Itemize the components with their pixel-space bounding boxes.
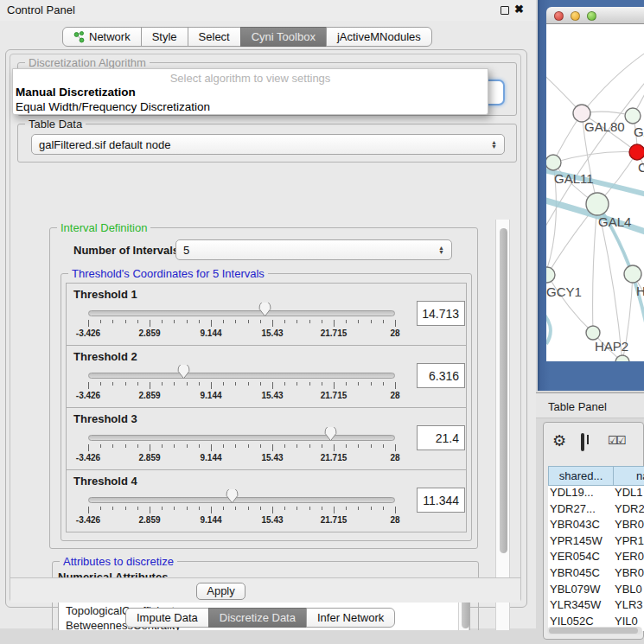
tab-label: Infer Network: [317, 609, 384, 627]
split-columns-icon[interactable]: [581, 433, 584, 451]
float-window-icon[interactable]: [501, 6, 509, 15]
table-data-combobox[interactable]: galFiltered.sif default node ▲▼: [31, 134, 505, 155]
network-view-frame: GAL80GACGAL11GAL4GCY1HHAP2: [538, 0, 644, 391]
tick-mark: [150, 444, 150, 451]
tick-mark: [260, 382, 261, 386]
tick-label: 28: [390, 328, 399, 338]
gear-icon[interactable]: ⚙: [552, 431, 566, 450]
zoom-traffic-light-icon[interactable]: [587, 11, 596, 21]
network-node[interactable]: [546, 267, 555, 283]
tick-mark: [395, 507, 396, 513]
panel-title: Control Panel: [7, 3, 75, 16]
checkboxes-icon[interactable]: ☑☑: [608, 434, 624, 447]
slider-ticks: -3.4262.8599.14415.4321.71528: [67, 346, 468, 409]
tick-mark: [322, 444, 322, 448]
column-header-name[interactable]: na: [613, 466, 644, 486]
network-node[interactable]: [629, 144, 644, 160]
tick-label: -3.426: [76, 328, 100, 338]
tab-cyni-toolbox[interactable]: Cyni Toolbox: [240, 27, 327, 47]
tick-mark: [296, 320, 297, 323]
tick-mark: [100, 382, 101, 386]
network-canvas[interactable]: GAL80GACGAL11GAL4GCY1HHAP2: [546, 24, 644, 361]
cell-name: YDL1: [615, 486, 643, 499]
tick-mark: [358, 382, 359, 386]
network-thick-edge: [546, 309, 551, 344]
tab-style[interactable]: Style: [141, 27, 188, 47]
table-row[interactable]: YBR043CYBR0: [548, 518, 644, 534]
tick-mark: [358, 507, 359, 510]
tab-network[interactable]: Network: [62, 27, 142, 47]
tick-label: 28: [390, 391, 399, 400]
table-row[interactable]: YDR27...YDR2: [548, 502, 644, 519]
threshold-slider-thumb[interactable]: [258, 303, 271, 317]
column-header-shared[interactable]: shared...: [548, 466, 614, 486]
tick-mark: [334, 444, 335, 451]
tab-select[interactable]: Select: [188, 27, 241, 47]
apply-button[interactable]: Apply: [196, 583, 245, 600]
tab-label: Discretize Data: [220, 609, 296, 627]
threshold-slider-thumb[interactable]: [226, 489, 239, 504]
thresholds-group: Threshold's Coordinates for 5 Intervals …: [61, 273, 472, 541]
minimize-traffic-light-icon[interactable]: [571, 11, 580, 21]
tick-mark: [137, 444, 138, 448]
close-icon[interactable]: ✖: [514, 3, 524, 16]
apply-row: Apply: [10, 577, 520, 603]
tab-infer-network[interactable]: Infer Network: [306, 608, 395, 628]
viewport-scrollbar[interactable]: [495, 220, 510, 630]
tick-label: 2.859: [138, 453, 160, 462]
tick-mark: [137, 320, 138, 323]
tick-mark: [383, 382, 384, 386]
table-row[interactable]: YBL079WYBL0: [548, 583, 644, 599]
tick-mark: [88, 507, 89, 513]
table-row[interactable]: YPR145WYPR1: [548, 534, 644, 551]
table-row[interactable]: YDL19...YDL1: [548, 486, 644, 502]
network-node[interactable]: [546, 155, 561, 170]
network-node[interactable]: [586, 326, 600, 340]
tick-label: 9.144: [200, 328, 221, 338]
algorithm-option-manual[interactable]: Manual Discretization: [16, 86, 136, 99]
network-window-titlebar[interactable]: [546, 7, 644, 24]
cell-shared-name: YIL052C: [548, 615, 615, 628]
tick-mark: [346, 382, 347, 386]
threshold-list: Threshold 1 -3.4262.8599.14415.4321.7152…: [66, 284, 467, 532]
network-node[interactable]: [625, 108, 641, 124]
table-rows[interactable]: YDL19...YDL1YDR27...YDR2YBR043CYBR0YPR14…: [548, 486, 644, 631]
tab-jactivemnodules[interactable]: jActiveMNodules: [326, 27, 432, 47]
threshold-value-field[interactable]: 21.4: [417, 425, 465, 450]
tick-mark: [223, 507, 224, 510]
tick-mark: [223, 320, 224, 323]
tick-label: 21.715: [321, 453, 348, 462]
close-traffic-light-icon[interactable]: [554, 11, 564, 21]
threshold-value-field[interactable]: 14.713: [417, 301, 465, 326]
threshold-slider-thumb[interactable]: [177, 365, 190, 379]
network-node[interactable]: [624, 265, 641, 283]
tick-mark: [174, 444, 175, 448]
threshold-value-field[interactable]: 11.344: [417, 488, 465, 513]
network-node[interactable]: [586, 193, 609, 215]
tick-mark: [260, 444, 261, 448]
tick-mark: [248, 444, 249, 448]
tick-mark: [112, 382, 113, 386]
table-horizontal-scrollbar[interactable]: [547, 627, 642, 634]
threshold-value-field[interactable]: 6.316: [417, 363, 465, 388]
tick-mark: [309, 507, 310, 510]
cell-shared-name: YBR043C: [548, 518, 615, 531]
tick-mark: [383, 320, 384, 323]
chevron-updown-icon: ▲▼: [491, 140, 497, 149]
tab-impute-data[interactable]: Impute Data: [125, 608, 209, 628]
num-intervals-spinner[interactable]: 5 ▲▼: [175, 239, 452, 260]
table-row[interactable]: YLR345WYLR3: [548, 598, 644, 615]
table-panel-titlebar: Table Panel: [536, 392, 644, 418]
table-row[interactable]: YBR045CYBR0: [548, 566, 644, 583]
network-node[interactable]: [615, 355, 629, 361]
algorithm-option-equal-width[interactable]: Equal Width/Frequency Discretization: [16, 100, 210, 113]
threshold-slider-thumb[interactable]: [324, 427, 337, 442]
tick-mark: [322, 320, 322, 323]
tick-label: 2.859: [138, 515, 160, 525]
cell-shared-name: YBL079W: [548, 583, 615, 596]
control-panel: Control Panel ✖ Network Style Select Cyn…: [0, 0, 536, 628]
tab-label: Style: [152, 28, 177, 46]
table-row[interactable]: YER054CYER0: [548, 550, 644, 566]
tick-label: 15.43: [261, 391, 283, 400]
tab-discretize-data[interactable]: Discretize Data: [208, 608, 307, 628]
